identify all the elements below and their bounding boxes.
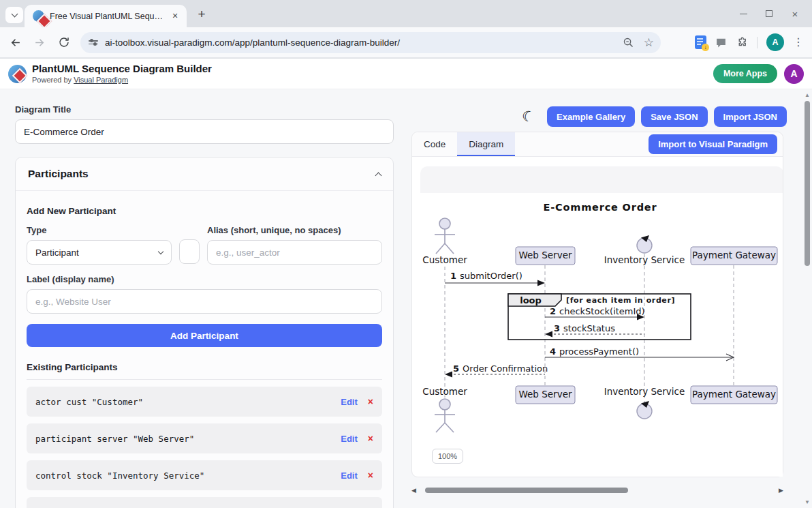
user-avatar[interactable]: A <box>784 64 804 84</box>
maximize-button[interactable] <box>756 3 782 24</box>
participant-label: Payment Gateway <box>692 389 776 400</box>
display-name-input[interactable] <box>27 289 382 314</box>
reload-icon <box>58 36 70 48</box>
tab-favicon <box>33 10 44 22</box>
scroll-down-icon[interactable]: ▼ <box>805 499 810 505</box>
participants-card-header[interactable]: Participants <box>16 158 393 191</box>
participants-card: Participants Add New Participant Type Pa… <box>15 157 394 508</box>
more-apps-button[interactable]: More Apps <box>713 64 777 83</box>
extensions-puzzle-icon[interactable] <box>736 36 748 48</box>
editor-panel: Diagram Title Participants Add New Parti… <box>15 104 394 508</box>
type-select[interactable]: Participant <box>27 240 172 265</box>
zoom-out-icon[interactable] <box>623 37 634 48</box>
participant-code: control stock "Inventory Service" <box>35 470 204 481</box>
back-icon <box>9 36 22 49</box>
horizontal-scrollbar[interactable]: ◀ ▶ <box>411 485 783 495</box>
tab-search-button[interactable] <box>5 7 23 23</box>
message-label: 1submitOrder() <box>450 271 522 281</box>
scroll-up-icon[interactable]: ▲ <box>805 92 810 98</box>
edit-participant-link[interactable]: Edit <box>341 434 358 444</box>
close-button[interactable]: × <box>782 3 808 24</box>
participant-label: Web Server <box>519 389 572 400</box>
toolbar-divider <box>757 37 758 48</box>
participant-label: Web Server <box>519 250 572 260</box>
chevron-up-icon[interactable] <box>375 172 382 179</box>
tab-diagram[interactable]: Diagram <box>457 132 515 156</box>
browser-tab[interactable]: Free Visual PlantUML Sequence × <box>25 5 187 27</box>
import-json-button[interactable]: Import JSON <box>714 106 787 127</box>
loop-operator: loop <box>520 295 542 305</box>
powered-by-prefix: Powered by <box>32 76 72 84</box>
diagram-sheet: E-Commerce Order <box>420 166 783 477</box>
participant-label: Customer <box>422 254 467 265</box>
participant-row: participant payment "Payment Gateway" Ed… <box>27 497 382 508</box>
participant-code: participant server "Web Server" <box>35 434 194 444</box>
scroll-left-icon[interactable]: ◀ <box>411 488 416 494</box>
extension-badge: ↓ <box>702 44 709 51</box>
tab-code[interactable]: Code <box>412 132 457 156</box>
participant-row: control stock "Inventory Service" Edit × <box>27 460 382 490</box>
app-logo <box>8 65 27 83</box>
diagram-title-input[interactable] <box>15 119 394 144</box>
arrowhead <box>445 372 452 378</box>
participant-label: Payment Gateway <box>692 250 776 260</box>
browser-window: Free Visual PlantUML Sequence × + × ai-t… <box>0 0 812 508</box>
participant-label: Inventory Service <box>604 386 685 397</box>
diagram-viewport[interactable]: E-Commerce Order <box>412 157 783 477</box>
edit-participant-link[interactable]: Edit <box>341 470 358 481</box>
maximize-icon <box>766 10 772 17</box>
add-participant-button[interactable]: Add Participant <box>27 324 382 347</box>
delete-participant-icon[interactable]: × <box>368 470 373 481</box>
bookmark-star-icon[interactable]: ☆ <box>644 37 654 48</box>
loop-condition: [for each item in order] <box>566 296 675 305</box>
site-settings-icon[interactable] <box>89 40 98 44</box>
browser-toolbar: ai-toolbox.visual-paradigm.com/app/plant… <box>0 27 812 58</box>
forward-button[interactable] <box>30 33 49 52</box>
arrowhead <box>545 331 552 338</box>
sequence-diagram: E-Commerce Order <box>420 193 783 434</box>
horizontal-scrollbar-thumb[interactable] <box>425 488 628 493</box>
new-tab-button[interactable]: + <box>193 6 210 23</box>
back-button[interactable] <box>5 33 25 52</box>
existing-participants-heading: Existing Participants <box>27 362 382 380</box>
save-json-button[interactable]: Save JSON <box>641 106 707 127</box>
sheet-margin <box>420 166 783 193</box>
message-label: 4processPayment() <box>550 346 639 357</box>
app-header: PlantUML Sequence Diagram Builder Powere… <box>0 59 812 89</box>
actor-customer-top <box>435 218 455 254</box>
tab-title: Free Visual PlantUML Sequence <box>50 12 164 21</box>
reload-button[interactable] <box>54 33 74 52</box>
vertical-scrollbar[interactable]: ▲ ▼ <box>804 89 811 508</box>
powered-by: Powered by Visual Paradigm <box>32 76 212 85</box>
control-inventory-bottom <box>637 401 652 419</box>
example-gallery-button[interactable]: Example Gallery <box>547 106 635 127</box>
comment-icon[interactable] <box>715 37 727 48</box>
alias-input[interactable] <box>207 240 382 265</box>
minimize-icon <box>740 14 747 14</box>
visual-paradigm-link[interactable]: Visual Paradigm <box>74 76 128 84</box>
participant-label: Inventory Service <box>604 254 685 265</box>
delete-participant-icon[interactable]: × <box>368 396 373 407</box>
dark-mode-toggle-icon[interactable]: ☾ <box>520 107 536 126</box>
vertical-scrollbar-thumb[interactable] <box>805 101 810 266</box>
url-text: ai-toolbox.visual-paradigm.com/app/plant… <box>105 38 400 48</box>
tab-close-icon[interactable]: × <box>169 10 181 23</box>
extension-doc-icon[interactable]: ↓ <box>695 35 706 49</box>
zoom-level-badge[interactable]: 100% <box>432 449 463 464</box>
message-label: 3stockStatus <box>554 323 615 333</box>
url-bar[interactable]: ai-toolbox.visual-paradigm.com/app/plant… <box>80 32 661 53</box>
app-title: PlantUML Sequence Diagram Builder <box>32 63 212 76</box>
page-content: Diagram Title Participants Add New Parti… <box>0 89 812 508</box>
delete-participant-icon[interactable]: × <box>368 433 373 444</box>
browser-profile-avatar[interactable]: A <box>766 33 784 51</box>
scroll-right-icon[interactable]: ▶ <box>779 488 783 494</box>
import-to-visual-paradigm-button[interactable]: Import to Visual Paradigm <box>649 134 777 154</box>
type-select-value: Participant <box>35 248 79 258</box>
mini-input-box[interactable] <box>179 239 200 264</box>
forward-icon <box>33 36 46 49</box>
edit-participant-link[interactable]: Edit <box>341 397 358 407</box>
minimize-button[interactable] <box>730 3 756 24</box>
browser-menu-icon[interactable]: ⋮ <box>793 37 804 48</box>
participant-code: actor cust "Customer" <box>35 397 143 407</box>
horizontal-scrollbar-track[interactable] <box>419 487 776 494</box>
